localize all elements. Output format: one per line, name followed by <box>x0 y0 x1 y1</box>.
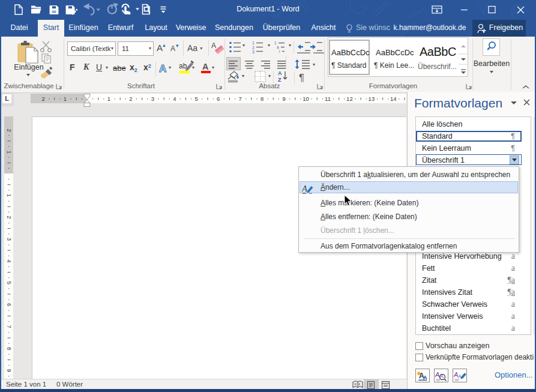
svg-text:A: A <box>302 184 307 193</box>
svg-text:A: A <box>159 63 166 74</box>
svg-text:1: 1 <box>6 151 13 154</box>
svg-text:9: 9 <box>6 369 13 372</box>
svg-text:3: 3 <box>6 238 13 241</box>
svg-text:6: 6 <box>6 303 13 306</box>
svg-text:8: 8 <box>260 95 263 102</box>
svg-text:7: 7 <box>6 325 13 328</box>
svg-text:4: 4 <box>173 95 176 102</box>
svg-text:2: 2 <box>41 95 44 102</box>
svg-text:12: 12 <box>346 95 353 102</box>
svg-text:5: 5 <box>6 282 13 285</box>
svg-text:1: 1 <box>274 41 277 45</box>
svg-text:8: 8 <box>6 347 13 350</box>
svg-text:9: 9 <box>282 95 285 102</box>
svg-text:1: 1 <box>252 41 254 45</box>
svg-text:5: 5 <box>195 95 198 102</box>
svg-text:A: A <box>278 70 282 76</box>
svg-text:14: 14 <box>390 95 397 102</box>
svg-text:a: a <box>277 45 279 49</box>
svg-text:13: 13 <box>369 95 375 102</box>
svg-text:4: 4 <box>6 259 13 262</box>
svg-text:A: A <box>435 371 439 378</box>
svg-text:10: 10 <box>303 95 309 102</box>
svg-text:2: 2 <box>6 216 13 219</box>
svg-text:ab: ab <box>179 62 187 70</box>
svg-text:1: 1 <box>64 95 67 102</box>
svg-text:11: 11 <box>325 95 331 102</box>
svg-text:2: 2 <box>6 128 13 131</box>
svg-text:i: i <box>279 49 280 53</box>
svg-text:3: 3 <box>151 95 154 102</box>
svg-text:3: 3 <box>252 50 254 54</box>
svg-text:1: 1 <box>6 194 13 197</box>
svg-text:2: 2 <box>252 46 254 50</box>
svg-text:A: A <box>211 41 216 50</box>
svg-text:7: 7 <box>239 95 242 102</box>
svg-text:6: 6 <box>217 95 220 102</box>
svg-text:2: 2 <box>129 95 132 102</box>
svg-text:1: 1 <box>107 95 110 102</box>
